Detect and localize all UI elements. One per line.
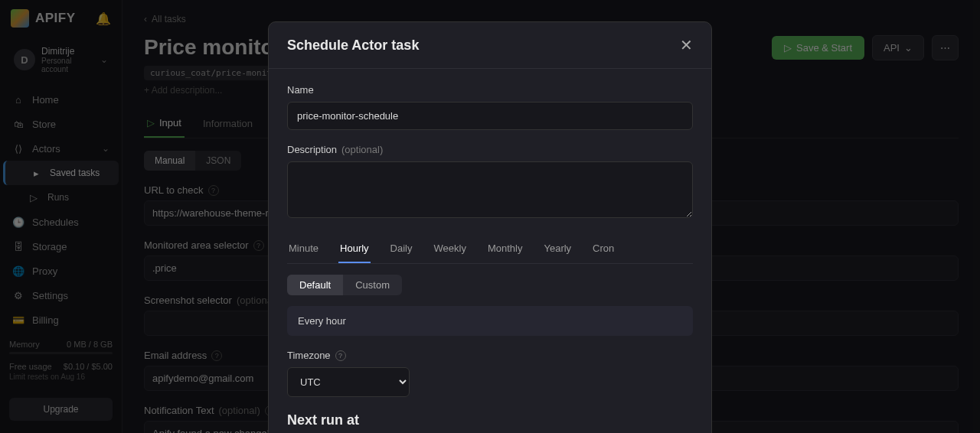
timezone-select[interactable]: UTC <box>287 367 410 397</box>
preset-custom[interactable]: Custom <box>343 275 402 295</box>
help-icon[interactable]: ? <box>335 350 346 361</box>
freq-tab-daily[interactable]: Daily <box>389 235 414 263</box>
tz-label-text: Timezone <box>287 350 331 361</box>
freq-tab-hourly[interactable]: Hourly <box>338 235 371 263</box>
desc-label: Description (optional) <box>287 144 693 155</box>
tz-label: Timezone ? <box>287 350 693 361</box>
freq-tab-weekly[interactable]: Weekly <box>433 235 468 263</box>
modal-overlay[interactable]: Schedule Actor task ✕ Name Description (… <box>0 0 980 433</box>
schedule-name-input[interactable] <box>287 102 693 130</box>
schedule-modal: Schedule Actor task ✕ Name Description (… <box>268 21 712 433</box>
preset-default[interactable]: Default <box>287 275 343 295</box>
freq-summary: Every hour <box>287 306 693 336</box>
preset-toggle: Default Custom <box>287 275 402 295</box>
freq-tab-minute[interactable]: Minute <box>287 235 320 263</box>
next-run-title: Next run at <box>287 412 693 428</box>
modal-title: Schedule Actor task <box>287 37 419 54</box>
freq-tabs: Minute Hourly Daily Weekly Monthly Yearl… <box>287 235 693 264</box>
modal-header: Schedule Actor task ✕ <box>269 22 711 69</box>
schedule-desc-input[interactable] <box>287 161 693 218</box>
modal-body: Name Description (optional) Minute Hourl… <box>269 69 711 433</box>
freq-tab-yearly[interactable]: Yearly <box>542 235 573 263</box>
close-button[interactable]: ✕ <box>680 36 693 54</box>
freq-tab-cron[interactable]: Cron <box>591 235 616 263</box>
desc-label-text: Description <box>287 144 337 155</box>
optional-text: (optional) <box>341 144 383 155</box>
name-label: Name <box>287 84 693 96</box>
freq-tab-monthly[interactable]: Monthly <box>486 235 524 263</box>
